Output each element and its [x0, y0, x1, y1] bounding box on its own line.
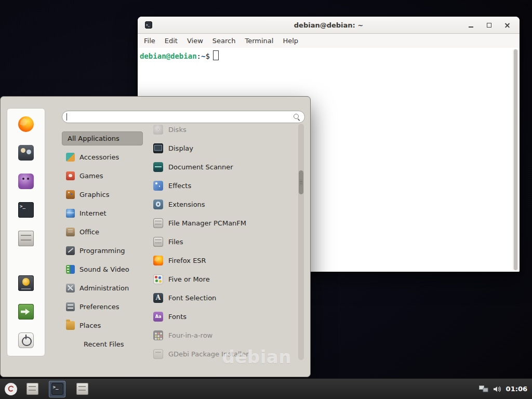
terminal-favorite-button[interactable]	[18, 202, 34, 218]
app-item-label: Disks	[168, 126, 187, 134]
terminal-scrollbar[interactable]	[513, 49, 518, 271]
terminal-icon	[51, 383, 63, 395]
category-label: Administration	[79, 284, 129, 292]
effects-icon	[153, 181, 163, 191]
sound-video-icon	[66, 265, 75, 274]
category-label: All Applications	[68, 135, 119, 142]
clock[interactable]: 01:06	[506, 385, 527, 393]
app-item-four-in-a-row[interactable]: Four-in-a-row	[150, 326, 297, 344]
terminal-prompt-line: debian@debian:~$	[138, 48, 520, 60]
terminal-menu-edit[interactable]: Edit	[160, 37, 182, 45]
category-sound-video[interactable]: Sound & Video	[62, 260, 143, 278]
users-favorite-button[interactable]	[18, 144, 34, 161]
close-button[interactable]	[503, 21, 511, 29]
app-item-display[interactable]: Display	[150, 139, 297, 157]
prompt-symbol: $	[205, 52, 209, 60]
terminal-menu-file[interactable]: File	[139, 37, 160, 45]
terminal-window-button[interactable]	[49, 381, 65, 397]
terminal-menu-view[interactable]: View	[182, 37, 208, 45]
close-icon	[503, 21, 511, 29]
app-list-scrollbar-thumb[interactable]	[299, 170, 303, 194]
file-manager-favorite-button[interactable]	[18, 230, 34, 247]
category-all-applications[interactable]: All Applications	[62, 131, 143, 145]
app-item-extensions[interactable]: Extensions	[150, 195, 297, 214]
app-item-font-selection[interactable]: Font Selection	[150, 288, 297, 307]
office-icon	[66, 228, 75, 236]
terminal-title: debian@debian: ~	[138, 21, 520, 29]
terminal-menu-help[interactable]: Help	[278, 37, 303, 45]
menu-button[interactable]	[1, 379, 21, 399]
category-label: Programming	[79, 247, 125, 255]
firefox-icon	[18, 116, 34, 132]
lock-screen-button[interactable]	[18, 275, 34, 291]
category-places[interactable]: Places	[62, 316, 143, 335]
terminal-titlebar[interactable]: debian@debian: ~	[138, 17, 520, 34]
software-icon	[18, 174, 34, 189]
category-label: Preferences	[79, 303, 119, 311]
logout-icon	[18, 304, 34, 320]
files-window-button[interactable]	[74, 381, 90, 397]
minimize-icon	[467, 21, 475, 29]
app-item-files[interactable]: Files	[150, 232, 297, 251]
network-icon[interactable]	[479, 385, 488, 393]
maximize-button[interactable]	[485, 21, 493, 29]
window-button-list	[24, 381, 90, 397]
games-icon	[66, 171, 75, 180]
volume-icon[interactable]	[493, 385, 501, 393]
app-item-label: Document Scanner	[168, 163, 233, 171]
minimize-button[interactable]	[467, 21, 475, 29]
app-item-five-or-more[interactable]: Five or More	[150, 270, 297, 288]
prompt-separator: :	[197, 52, 201, 60]
document-scanner-icon	[153, 162, 163, 172]
shutdown-icon	[18, 332, 34, 348]
four-in-a-row-icon	[153, 330, 163, 340]
app-item-file-manager-pcmanfm[interactable]: File Manager PCManFM	[150, 214, 297, 232]
app-item-effects[interactable]: Effects	[150, 176, 297, 195]
search-box[interactable]	[62, 111, 305, 123]
file-manager-window-button[interactable]	[24, 381, 41, 397]
category-games[interactable]: Games	[62, 166, 143, 185]
app-item-firefox-esr[interactable]: Firefox ESR	[150, 251, 297, 270]
administration-icon	[66, 284, 75, 292]
software-favorite-button[interactable]	[18, 173, 34, 190]
pcmanfm-icon	[153, 218, 163, 228]
app-list-scrollbar[interactable]	[298, 124, 304, 360]
category-preferences[interactable]: Preferences	[62, 297, 143, 316]
maximize-icon	[485, 21, 493, 29]
terminal-menu-terminal[interactable]: Terminal	[240, 37, 278, 45]
taskbar: 01:06	[0, 378, 532, 399]
file-manager-icon	[18, 231, 34, 246]
graphics-icon	[66, 190, 75, 199]
programming-icon	[66, 246, 75, 255]
users-icon	[18, 145, 34, 161]
category-recent-files[interactable]: Recent Files	[62, 335, 143, 353]
app-item-fonts[interactable]: Fonts	[150, 307, 297, 326]
display-icon	[153, 143, 163, 153]
app-item-document-scanner[interactable]: Document Scanner	[150, 157, 297, 176]
category-graphics[interactable]: Graphics	[62, 185, 143, 204]
category-office[interactable]: Office	[62, 222, 143, 241]
app-list: DisksDisplayDocument ScannerEffectsExten…	[150, 124, 297, 360]
system-tray: 01:06	[479, 385, 532, 393]
app-item-label: Display	[168, 144, 193, 152]
fonts-icon	[153, 312, 163, 322]
accessories-icon	[66, 153, 75, 162]
disks-icon	[153, 125, 163, 135]
logout-button[interactable]	[18, 303, 34, 320]
terminal-scrollbar-thumb[interactable]	[514, 49, 517, 270]
category-accessories[interactable]: Accessories	[62, 148, 143, 166]
search-input[interactable]	[62, 111, 304, 123]
terminal-menu-search[interactable]: Search	[208, 37, 241, 45]
debian-wallpaper-logo: debian	[222, 347, 291, 367]
category-internet[interactable]: Internet	[62, 204, 143, 222]
category-label: Recent Files	[84, 340, 124, 348]
category-label: Office	[79, 228, 99, 236]
prompt-user-host: debian@debian	[140, 52, 197, 60]
internet-icon	[66, 209, 75, 218]
firefox-favorite-button[interactable]	[18, 116, 34, 132]
app-item-disks[interactable]: Disks	[150, 124, 297, 139]
shutdown-button[interactable]	[18, 332, 34, 349]
category-administration[interactable]: Administration	[62, 278, 143, 297]
category-programming[interactable]: Programming	[62, 241, 143, 260]
app-item-label: Font Selection	[168, 294, 216, 302]
